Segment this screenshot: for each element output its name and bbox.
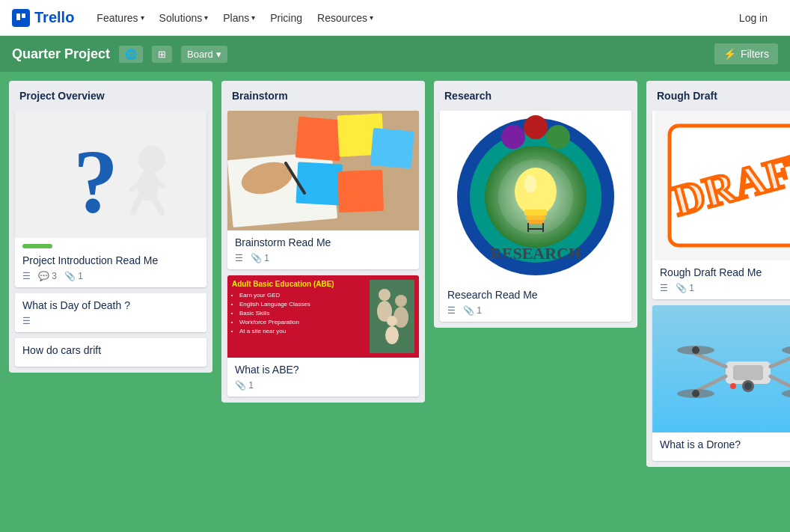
- abe-title: Adult Basic Education (ABE): [232, 280, 365, 288]
- column-title: Brainstorm: [227, 87, 419, 105]
- card-image: [227, 111, 419, 230]
- card-research-readme[interactable]: RESEARCH Research Read Me ☰ 📎 1: [440, 111, 631, 322]
- svg-point-49: [744, 382, 752, 390]
- globe-icon: 🌐: [125, 49, 137, 60]
- column-title: Project Overview: [15, 87, 206, 105]
- meta-list: ☰: [22, 271, 31, 281]
- svg-text:RESEARCH: RESEARCH: [490, 244, 581, 263]
- card-drone[interactable]: What is a Drone?: [652, 305, 790, 461]
- filter-icon: ⚡: [723, 48, 736, 60]
- svg-rect-15: [370, 128, 414, 169]
- card-image-abe: Adult Basic Education (ABE) Earn your GE…: [227, 275, 419, 358]
- card-meta: ☰ 📎 1: [660, 283, 790, 293]
- card-title: What is ABE?: [235, 364, 411, 376]
- abe-photo: [370, 280, 414, 353]
- chevron-down-icon: ▾: [216, 49, 221, 60]
- trello-logo[interactable]: Trello: [12, 9, 74, 27]
- svg-line-5: [133, 195, 141, 212]
- meta-list: ☰: [235, 253, 243, 263]
- card-meta: ☰ 💬 3 📎 1: [22, 271, 199, 281]
- table-view-button[interactable]: ⊞: [152, 46, 172, 63]
- column-title: Research: [440, 87, 631, 105]
- card-rough-draft-readme[interactable]: DRAFT DRAFT Rough Draft Read Me ☰ 📎 1: [652, 111, 790, 299]
- card-body: What is Day of Death ? ☰: [15, 293, 206, 332]
- card-abe[interactable]: Adult Basic Education (ABE) Earn your GE…: [227, 275, 419, 397]
- svg-line-6: [154, 197, 162, 213]
- svg-point-29: [515, 168, 557, 215]
- nav-solutions[interactable]: Solutions ▾: [152, 0, 216, 36]
- card-label-green: [22, 244, 52, 248]
- column-project-overview: Project Overview ?: [9, 81, 212, 373]
- column-title: Rough Draft: [652, 87, 790, 105]
- nav-plans[interactable]: Plans ▾: [215, 0, 263, 36]
- svg-point-19: [379, 289, 391, 301]
- card-brainstorm-readme[interactable]: Brainstorm Read Me ☰ 📎 1: [227, 111, 419, 269]
- svg-point-58: [692, 346, 699, 354]
- svg-rect-31: [526, 215, 545, 220]
- abe-list: Earn your GED English Language Classes B…: [232, 291, 365, 336]
- card-title: Brainstorm Read Me: [235, 236, 411, 248]
- card-image: [652, 305, 790, 432]
- meta-attachments: 📎 1: [463, 305, 482, 316]
- card-title: What is Day of Death ?: [22, 299, 199, 311]
- column-research: Research: [434, 81, 637, 328]
- meta-attachments: 📎 1: [235, 380, 254, 391]
- login-button[interactable]: Log in: [729, 7, 778, 28]
- meta-list: ☰: [660, 283, 668, 293]
- svg-rect-47: [733, 365, 763, 380]
- card-meta: ☰ 📎 1: [447, 305, 624, 316]
- card-cars-drift[interactable]: How do cars drift: [15, 338, 206, 367]
- board-header: Quarter Project 🌐 ⊞ Board ▾ ⚡ Filters: [0, 36, 790, 72]
- nav-features[interactable]: Features ▾: [89, 0, 151, 36]
- visibility-button[interactable]: 🌐: [119, 46, 143, 63]
- board-label: Board: [187, 49, 213, 60]
- svg-rect-14: [337, 170, 384, 213]
- chevron-down-icon: ▾: [370, 0, 373, 36]
- meta-comments: 💬 3: [38, 271, 57, 281]
- trello-logo-icon: [12, 9, 30, 27]
- board-content: Project Overview ?: [0, 72, 790, 532]
- card-title: Project Introduction Read Me: [22, 254, 199, 266]
- meta-attachments: 📎 1: [676, 283, 694, 293]
- card-day-of-death[interactable]: What is Day of Death ? ☰: [15, 293, 206, 332]
- card-body: What is a Drone?: [652, 432, 790, 461]
- svg-rect-1: [22, 13, 25, 18]
- svg-point-39: [546, 125, 570, 149]
- card-project-intro[interactable]: ? Project Introduction Read Me ☰: [15, 111, 206, 287]
- card-title: Research Read Me: [447, 289, 624, 301]
- svg-point-60: [692, 390, 699, 397]
- svg-rect-30: [524, 210, 547, 215]
- svg-point-24: [385, 326, 399, 344]
- svg-point-38: [524, 115, 548, 139]
- svg-point-21: [395, 295, 407, 307]
- svg-point-62: [730, 383, 736, 389]
- svg-text:?: ?: [73, 132, 118, 231]
- filters-button[interactable]: ⚡ Filters: [714, 43, 778, 64]
- column-rough-draft: Rough Draft DRAFT DRAFT Rough Draft Read…: [646, 81, 790, 467]
- card-body: How do cars drift: [15, 338, 206, 367]
- board-view-button[interactable]: Board ▾: [181, 46, 227, 63]
- svg-rect-11: [295, 116, 343, 161]
- svg-point-33: [524, 175, 536, 193]
- nav-pricing[interactable]: Pricing: [263, 0, 310, 36]
- card-meta: 📎 1: [235, 380, 411, 391]
- board-title: Quarter Project: [12, 46, 110, 62]
- card-body: Rough Draft Read Me ☰ 📎 1: [652, 260, 790, 299]
- svg-rect-32: [527, 220, 544, 224]
- meta-list: ☰: [447, 305, 456, 316]
- chevron-down-icon: ▾: [251, 0, 255, 36]
- svg-rect-13: [296, 162, 343, 205]
- chevron-down-icon: ▾: [141, 0, 144, 36]
- card-image: ?: [15, 111, 206, 238]
- nav-resources[interactable]: Resources ▾: [310, 0, 381, 36]
- svg-point-23: [387, 316, 397, 326]
- table-icon: ⊞: [158, 49, 166, 60]
- column-brainstorm: Brainstorm: [221, 81, 425, 403]
- chevron-down-icon: ▾: [204, 0, 208, 36]
- card-image: RESEARCH: [440, 111, 631, 283]
- card-title: What is a Drone?: [660, 438, 790, 450]
- meta-list: ☰: [22, 316, 31, 326]
- svg-point-37: [501, 125, 525, 149]
- card-body: Project Introduction Read Me ☰ 💬 3 📎 1: [15, 238, 206, 287]
- card-body: What is ABE? 📎 1: [227, 358, 419, 397]
